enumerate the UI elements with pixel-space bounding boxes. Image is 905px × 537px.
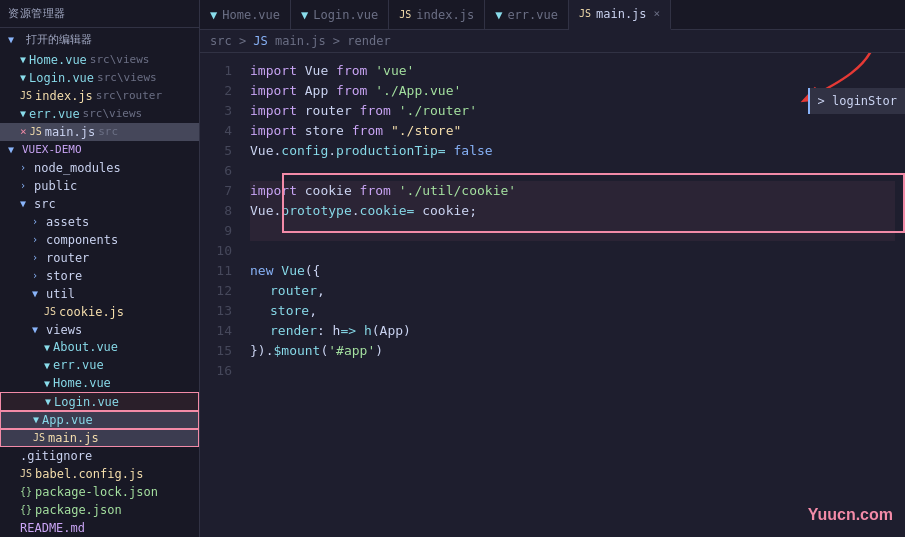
code-line-2: import App from './App.vue' [250,81,895,101]
folder-store[interactable]: › store [0,267,199,285]
code-line-10 [250,241,895,261]
tab-err-vue[interactable]: ▼ err.vue [485,0,569,30]
code-line-13: store, [250,301,895,321]
code-line-12: router, [250,281,895,301]
section-arrow: ▼ [8,34,20,45]
json-icon: {} [20,486,32,497]
tab-index-js[interactable]: JS index.js [389,0,485,30]
folder-assets[interactable]: › assets [0,213,199,231]
login-stor-label: > loginStor [818,94,897,108]
code-line-15: }).$mount('#app') [250,341,895,361]
login-stor-panel: > loginStor [808,88,905,114]
folder-util[interactable]: ▼ util [0,285,199,303]
file-app-vue[interactable]: ▼ App.vue [0,411,199,429]
file-package-lock[interactable]: {} package-lock.json [0,483,199,501]
project-vuex-demo[interactable]: ▼ VUEX-DEMO [0,141,199,159]
open-file-err-vue[interactable]: ▼ err.vue src\views [0,105,199,123]
file-readme[interactable]: README.md [0,519,199,537]
file-home-vue[interactable]: ▼ Home.vue [0,374,199,392]
vue-icon: ▼ [44,360,50,371]
code-line-3: import router from './router' [250,101,895,121]
file-cookie-js[interactable]: JS cookie.js [0,303,199,321]
folder-views[interactable]: ▼ views [0,321,199,339]
code-line-14: render: h => h(App) [250,321,895,341]
js-icon: JS [30,126,42,137]
vue-icon: ▼ [20,108,26,119]
vue-icon: ▼ [210,8,217,22]
code-line-9 [250,221,895,241]
open-file-home-vue[interactable]: ▼ Home.vue src\views [0,51,199,69]
folder-router[interactable]: › router [0,249,199,267]
open-file-main-js[interactable]: × JS main.js src [0,123,199,141]
code-line-11: new Vue({ [250,261,895,281]
open-editors-label: 打开的编辑器 [26,32,92,47]
folder-components[interactable]: › components [0,231,199,249]
code-area: 12345 678910 1112131415 16 import Vue fr… [200,53,905,537]
vue-icon: ▼ [44,342,50,353]
file-babel-config[interactable]: JS babel.config.js [0,465,199,483]
code-line-8: Vue.prototype.cookie = cookie; [250,201,895,221]
vue-icon: ▼ [20,54,26,65]
json-icon: {} [20,504,32,515]
code-line-16 [250,361,895,381]
code-content[interactable]: import Vue from 'vue' import App from '.… [240,53,905,537]
sidebar: 资源管理器 ▼ 打开的编辑器 ▼ Home.vue src\views ▼ Lo… [0,0,200,537]
tab-main-js[interactable]: JS main.js × [569,0,671,30]
folder-public[interactable]: › public [0,177,199,195]
line-numbers: 12345 678910 1112131415 16 [200,53,240,537]
js-icon: JS [579,8,591,19]
js-icon: JS [20,90,32,101]
file-about-vue[interactable]: ▼ About.vue [0,339,199,357]
breadcrumb: src > JS main.js > render [200,30,905,53]
code-line-4: import store from "./store" [250,121,895,141]
file-main-js[interactable]: JS main.js [0,429,199,447]
js-icon: JS [33,432,45,443]
file-login-vue[interactable]: ▼ Login.vue [0,392,199,410]
main-editor: ▼ Home.vue ▼ Login.vue JS index.js ▼ err… [200,0,905,537]
vue-icon: ▼ [20,72,26,83]
folder-src[interactable]: ▼ src [0,195,199,213]
watermark: Yuucn.com [808,505,893,525]
tab-login-vue[interactable]: ▼ Login.vue [291,0,389,30]
open-file-index-js[interactable]: JS index.js src\router [0,87,199,105]
vue-icon: ▼ [45,396,51,407]
folder-node-modules[interactable]: › node_modules [0,159,199,177]
open-file-login-vue[interactable]: ▼ Login.vue src\views [0,69,199,87]
tab-home-vue[interactable]: ▼ Home.vue [200,0,291,30]
open-editors-section[interactable]: ▼ 打开的编辑器 [0,28,199,51]
tab-close-icon[interactable]: × [654,7,661,20]
js-icon: JS [399,9,411,20]
js-icon: JS [20,468,32,479]
sidebar-header: 资源管理器 [0,0,199,28]
vue-icon: ▼ [33,414,39,425]
vue-icon: ▼ [301,8,308,22]
js-icon: JS [44,306,56,317]
file-gitignore[interactable]: .gitignore [0,447,199,465]
code-line-7: import cookie from './util/cookie' [250,181,895,201]
code-line-6 [250,161,895,181]
tab-bar: ▼ Home.vue ▼ Login.vue JS index.js ▼ err… [200,0,905,30]
code-line-1: import Vue from 'vue' [250,61,895,81]
file-err-vue[interactable]: ▼ err.vue [0,356,199,374]
vue-icon: ▼ [44,378,50,389]
code-line-5: Vue.config.productionTip = false [250,141,895,161]
vue-icon: ▼ [495,8,502,22]
file-package-json[interactable]: {} package.json [0,501,199,519]
close-icon[interactable]: × [20,125,27,138]
